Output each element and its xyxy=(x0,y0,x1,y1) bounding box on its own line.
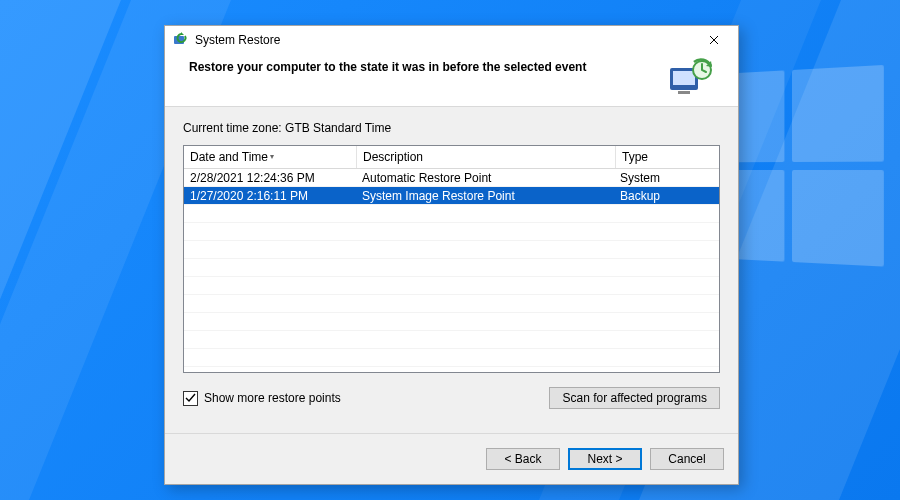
cell-description: Automatic Restore Point xyxy=(356,171,614,185)
column-header-label: Type xyxy=(622,150,648,164)
options-row: Show more restore points Scan for affect… xyxy=(183,387,720,409)
show-more-checkbox[interactable]: Show more restore points xyxy=(183,391,341,406)
cancel-button[interactable]: Cancel xyxy=(650,448,724,470)
table-row-empty xyxy=(184,277,719,295)
column-header-description[interactable]: Description xyxy=(357,146,616,168)
scan-affected-button[interactable]: Scan for affected programs xyxy=(549,387,720,409)
wizard-header: Restore your computer to the state it wa… xyxy=(165,54,738,106)
restore-points-table[interactable]: Date and Time ▾ Description Type 2/28/20… xyxy=(183,145,720,373)
titlebar: System Restore xyxy=(165,26,738,54)
column-header-label: Date and Time xyxy=(190,150,268,164)
cell-date: 2/28/2021 12:24:36 PM xyxy=(184,171,356,185)
cell-date: 1/27/2020 2:16:11 PM xyxy=(184,189,356,203)
wizard-headline: Restore your computer to the state it wa… xyxy=(189,58,666,74)
window-title: System Restore xyxy=(195,33,694,47)
column-header-date[interactable]: Date and Time ▾ xyxy=(184,146,357,168)
table-row-empty xyxy=(184,259,719,277)
cell-type: System xyxy=(614,171,719,185)
table-row-empty xyxy=(184,313,719,331)
checkbox-label: Show more restore points xyxy=(204,391,341,405)
restore-app-icon xyxy=(173,32,189,48)
table-row-empty xyxy=(184,205,719,223)
wizard-body: Current time zone: GTB Standard Time Dat… xyxy=(165,107,738,433)
column-header-label: Description xyxy=(363,150,423,164)
next-button[interactable]: Next > xyxy=(568,448,642,470)
wizard-footer: < Back Next > Cancel xyxy=(165,433,738,484)
checkmark-icon xyxy=(185,393,196,404)
table-header: Date and Time ▾ Description Type xyxy=(184,146,719,169)
cell-type: Backup xyxy=(614,189,719,203)
cell-description: System Image Restore Point xyxy=(356,189,614,203)
table-row-empty xyxy=(184,349,719,367)
close-button[interactable] xyxy=(694,28,734,52)
table-row-empty xyxy=(184,331,719,349)
system-restore-window: System Restore Restore your computer to … xyxy=(164,25,739,485)
column-header-type[interactable]: Type xyxy=(616,146,719,168)
table-row-empty xyxy=(184,295,719,313)
table-row-empty xyxy=(184,241,719,259)
table-row-empty xyxy=(184,367,719,372)
timezone-label: Current time zone: GTB Standard Time xyxy=(183,121,720,135)
back-button[interactable]: < Back xyxy=(486,448,560,470)
close-icon xyxy=(709,35,719,45)
sort-indicator-icon: ▾ xyxy=(270,152,274,161)
svg-rect-3 xyxy=(678,91,690,94)
checkbox-box xyxy=(183,391,198,406)
table-row[interactable]: 1/27/2020 2:16:11 PMSystem Image Restore… xyxy=(184,187,719,205)
svg-rect-2 xyxy=(673,71,695,85)
table-row-empty xyxy=(184,223,719,241)
table-body: 2/28/2021 12:24:36 PMAutomatic Restore P… xyxy=(184,169,719,372)
restore-large-icon xyxy=(666,58,714,100)
table-row[interactable]: 2/28/2021 12:24:36 PMAutomatic Restore P… xyxy=(184,169,719,187)
desktop-background: System Restore Restore your computer to … xyxy=(0,0,900,500)
